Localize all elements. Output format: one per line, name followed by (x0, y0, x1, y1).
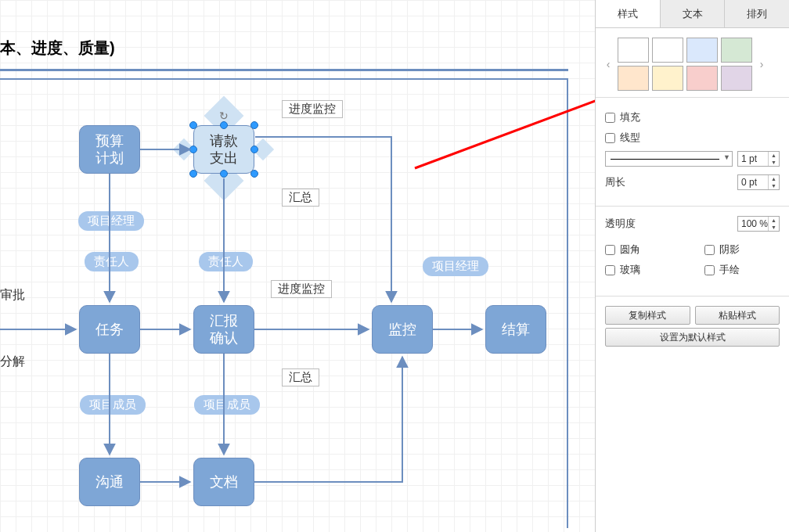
sketch-checkbox-row[interactable]: 手绘 (704, 263, 780, 277)
swatch-blue[interactable] (686, 38, 718, 63)
fill-label: 填充 (620, 110, 640, 124)
swatch-white2[interactable] (652, 38, 683, 63)
set-default-style-button[interactable]: 设置为默认样式 (605, 328, 780, 347)
tag-progress2[interactable]: 进度监控 (271, 280, 332, 298)
node-comm[interactable]: 沟通 (79, 458, 140, 506)
swatch-prev-icon[interactable]: ‹ (603, 58, 613, 70)
swatch-grid (618, 38, 752, 91)
rounded-checkbox[interactable] (605, 245, 615, 255)
label-approve: 审批 (0, 287, 25, 304)
shadow-checkbox[interactable] (704, 245, 715, 255)
stroke-label: 线型 (620, 131, 640, 145)
node-settle[interactable]: 结算 (485, 305, 546, 354)
fill-checkbox-row[interactable]: 填充 (605, 110, 780, 124)
tag-summary1[interactable]: 汇总 (282, 189, 319, 207)
style-sidebar: 样式 文本 排列 ‹ › 填充 线型 ▼ 1 pt (595, 0, 789, 532)
tag-summary2[interactable]: 汇总 (282, 368, 319, 386)
resize-handle[interactable] (189, 170, 197, 178)
rounded-label: 圆角 (620, 243, 640, 257)
resize-handle[interactable] (220, 121, 228, 129)
stroke-checkbox[interactable] (605, 133, 615, 143)
diagram-canvas[interactable]: 本、进度、质量) 审批 分解 预算 计划 请款 支出 ↻ 任务 汇报 确认 监控… (0, 0, 595, 532)
fill-checkbox[interactable] (605, 113, 615, 123)
tab-arrange[interactable]: 排列 (725, 0, 789, 27)
copy-style-button[interactable]: 复制样式 (605, 306, 690, 325)
swatch-white[interactable] (618, 38, 649, 63)
stroke-width-stepper[interactable]: 1 pt ▲▼ (737, 151, 780, 167)
rounded-checkbox-row[interactable]: 圆角 (605, 243, 681, 257)
pill-member2[interactable]: 项目成员 (194, 395, 260, 415)
pill-owner2[interactable]: 责任人 (199, 252, 253, 271)
node-monitor[interactable]: 监控 (372, 305, 433, 354)
pill-pm2[interactable]: 项目经理 (423, 257, 488, 276)
resize-handle[interactable] (250, 121, 258, 129)
shadow-checkbox-row[interactable]: 阴影 (704, 243, 780, 257)
sketch-label: 手绘 (719, 263, 740, 277)
node-doc[interactable]: 文档 (193, 458, 254, 506)
glass-checkbox-row[interactable]: 玻璃 (605, 263, 681, 277)
pill-owner1[interactable]: 责任人 (85, 252, 139, 271)
page-title: 本、进度、质量) (0, 38, 115, 59)
node-payout-selected[interactable]: 请款 支出 (193, 125, 254, 174)
glass-checkbox[interactable] (605, 265, 615, 275)
perimeter-label: 周长 (605, 175, 625, 189)
opacity-value: 100 % (741, 218, 768, 229)
pill-member1[interactable]: 项目成员 (80, 395, 146, 415)
color-swatch-row: ‹ › (596, 28, 789, 91)
sidebar-tabs: 样式 文本 排列 (596, 0, 789, 28)
resize-handle[interactable] (250, 170, 258, 178)
swatch-orange[interactable] (618, 66, 649, 91)
resize-handle[interactable] (250, 146, 258, 153)
swatch-yellow[interactable] (652, 66, 683, 91)
resize-handle[interactable] (189, 146, 197, 153)
perimeter-value: 0 pt (741, 177, 757, 188)
swatch-green[interactable] (721, 38, 752, 63)
node-task[interactable]: 任务 (79, 305, 140, 354)
opacity-stepper[interactable]: 100 % ▲▼ (737, 216, 780, 232)
tab-text[interactable]: 文本 (661, 0, 726, 27)
shadow-label: 阴影 (719, 243, 740, 257)
resize-handle[interactable] (189, 121, 197, 129)
tab-style[interactable]: 样式 (596, 0, 661, 27)
pill-pm1[interactable]: 项目经理 (78, 211, 144, 231)
paste-style-button[interactable]: 粘贴样式 (695, 306, 780, 325)
node-budget[interactable]: 预算 计划 (79, 125, 140, 174)
sketch-checkbox[interactable] (704, 265, 715, 275)
title-underline (0, 69, 568, 71)
swatch-red[interactable] (686, 66, 718, 91)
resize-handle[interactable] (220, 170, 228, 178)
stroke-checkbox-row[interactable]: 线型 (605, 131, 780, 145)
node-report[interactable]: 汇报 确认 (193, 305, 254, 354)
glass-label: 玻璃 (620, 263, 640, 277)
tag-progress1[interactable]: 进度监控 (282, 100, 343, 118)
opacity-label: 透明度 (605, 217, 636, 231)
swatch-purple[interactable] (721, 66, 752, 91)
perimeter-stepper[interactable]: 0 pt ▲▼ (737, 174, 780, 190)
swatch-next-icon[interactable]: › (757, 58, 766, 70)
label-decompose: 分解 (0, 354, 25, 370)
stroke-width-value: 1 pt (741, 153, 757, 164)
stroke-style-dropdown[interactable]: ▼ (605, 151, 733, 167)
